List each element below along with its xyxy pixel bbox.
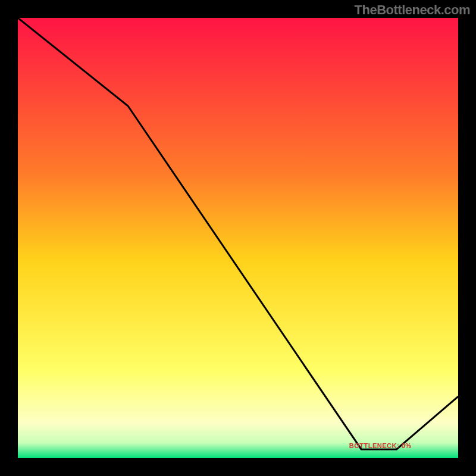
chart-frame: TheBottleneck.com BOTTLENECK: 0% bbox=[0, 0, 476, 476]
chart-svg bbox=[18, 18, 458, 458]
bottleneck-zero-label: BOTTLENECK: 0% bbox=[349, 442, 412, 449]
chart-background bbox=[18, 18, 458, 458]
chart-plot-area: BOTTLENECK: 0% bbox=[18, 18, 458, 458]
watermark-text: TheBottleneck.com bbox=[355, 2, 470, 18]
